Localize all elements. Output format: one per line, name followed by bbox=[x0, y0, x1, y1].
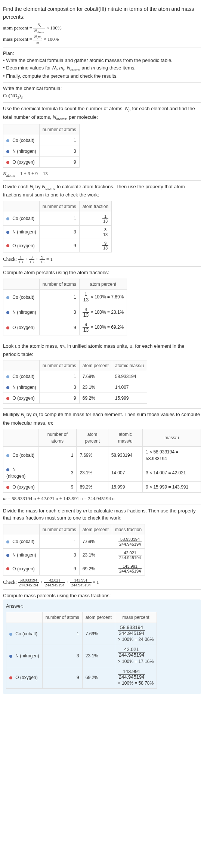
d: 13 bbox=[102, 246, 108, 250]
element-cell: Co (cobalt) bbox=[3, 447, 38, 464]
table-header: number of atomsatom percentmass fraction bbox=[3, 524, 145, 535]
element-cell: O (oxygen) bbox=[3, 320, 40, 335]
t: N (nitrogen) bbox=[6, 467, 25, 479]
element-cell: N (nitrogen) bbox=[3, 548, 40, 562]
s: 3 bbox=[21, 95, 23, 99]
element-cell: Co (cobalt) bbox=[3, 212, 40, 225]
d: 244.945194 bbox=[44, 583, 65, 587]
step-atom-fractions: Divide each Ni by Natoms to calculate at… bbox=[3, 181, 201, 267]
table-row: N (nitrogen)3313 × 100% = 23.1% bbox=[3, 305, 127, 320]
t: O (oxygen) bbox=[11, 159, 35, 165]
element-cell: Co (cobalt) bbox=[3, 289, 40, 305]
plan-section: Plan: • Write the chemical formula and g… bbox=[3, 47, 201, 83]
t: × 100% = 23.1% bbox=[89, 309, 124, 314]
t: N (nitrogen) bbox=[11, 385, 36, 390]
t: × 100% = 24.06% bbox=[118, 637, 154, 642]
h: atom percent bbox=[79, 279, 127, 289]
h: mass percent bbox=[115, 612, 157, 623]
v: 23.1% bbox=[79, 382, 112, 393]
oxygen-dot-icon bbox=[6, 244, 9, 247]
oxygen-dot-icon bbox=[9, 676, 12, 679]
nitrogen-dot-icon bbox=[9, 655, 12, 658]
t: N (nitrogen) bbox=[11, 149, 36, 154]
v: 58.933194 bbox=[112, 371, 147, 382]
n: 58.933194 bbox=[118, 625, 145, 630]
t: × 100% = 17.16% bbox=[118, 659, 154, 664]
t: Co (cobalt) bbox=[11, 138, 34, 143]
table-header: number of atoms bbox=[3, 124, 80, 135]
atom-fraction-table: number of atomsatom fraction Co (cobalt)… bbox=[3, 201, 112, 253]
h: mass fraction bbox=[112, 524, 145, 535]
h: atomic mass/u bbox=[112, 360, 147, 371]
m: m bbox=[38, 34, 41, 39]
check-equation: Check: 58.933194244.945194 + 42.021244.9… bbox=[3, 578, 201, 587]
check-equation: Check: 113 + 313 + 913 = 1 bbox=[3, 255, 201, 264]
v: 3 bbox=[39, 382, 79, 393]
N: N bbox=[34, 34, 37, 39]
t: O (oxygen) bbox=[11, 325, 35, 330]
h: number of atoms bbox=[39, 360, 79, 371]
d: 13 bbox=[102, 219, 108, 223]
element-cell: O (oxygen) bbox=[6, 667, 43, 689]
table-row: O (oxygen)9913 bbox=[3, 239, 112, 252]
v: 313 bbox=[79, 225, 111, 239]
mass-percent-equation: mass percent = Nimim × 100% bbox=[3, 34, 201, 45]
atoms: atoms bbox=[37, 31, 44, 34]
step-title: Write the chemical formula: bbox=[3, 85, 201, 92]
t: Co (cobalt) bbox=[11, 539, 34, 544]
t: , per molecule: bbox=[66, 114, 98, 120]
step-molecular-mass: Multiply Ni by mi to compute the mass fo… bbox=[3, 409, 201, 505]
v: 15.999 bbox=[108, 482, 142, 493]
t: O (oxygen) bbox=[11, 243, 35, 248]
fraction: NiNatoms bbox=[33, 22, 45, 34]
element-cell: N (nitrogen) bbox=[6, 645, 43, 667]
step-atomic-mass: Look up the atomic mass, mi, in unified … bbox=[3, 340, 201, 409]
atom-percent-table: number of atomsatom percent Co (cobalt)1… bbox=[3, 279, 127, 335]
table-row: O (oxygen)969.2%15.999 bbox=[3, 393, 147, 404]
v: 58.933194 bbox=[108, 447, 142, 464]
table-row: Co (cobalt)1113 bbox=[3, 212, 112, 225]
d: 244.945194 bbox=[118, 569, 142, 573]
h: atom percent bbox=[82, 612, 115, 623]
table-row: N (nitrogen)323.1%14.007 bbox=[3, 382, 147, 393]
table-row: N (nitrogen)323.1%42.021244.945194× 100%… bbox=[6, 645, 157, 667]
v: 7.69% bbox=[77, 447, 108, 464]
v: 42.021244.945194 bbox=[112, 548, 145, 562]
t: O (oxygen) bbox=[11, 484, 35, 490]
table-row: O (oxygen)9 bbox=[3, 156, 80, 167]
h: atom percent bbox=[79, 360, 112, 371]
d: 244.945194 bbox=[118, 555, 142, 560]
element-cell: O (oxygen) bbox=[3, 562, 40, 576]
t: = 58.933194 u + 42.021 u + 143.991 u = 2… bbox=[6, 496, 114, 501]
table-row: Co (cobalt)17.69%58.933194244.945194 bbox=[3, 535, 145, 548]
t: by bbox=[34, 184, 42, 189]
step-count-atoms: Use the chemical formula to count the nu… bbox=[3, 103, 201, 181]
h: atom percent bbox=[77, 429, 108, 447]
step-text: Divide each Ni by Natoms to calculate at… bbox=[3, 183, 201, 199]
table-row: N (nitrogen)323.1%14.0073 × 14.007 = 42.… bbox=[3, 464, 201, 482]
v: 3 bbox=[38, 464, 77, 482]
t: × 100% = 7.69% bbox=[89, 294, 124, 300]
step-text: Use the chemical formula to count the nu… bbox=[3, 105, 201, 121]
v: 3 bbox=[39, 146, 79, 156]
t: Divide the mass for each element by bbox=[3, 508, 83, 514]
v: 1 bbox=[38, 447, 77, 464]
table-row: Co (cobalt)17.69%58.933194244.945194× 10… bbox=[6, 623, 157, 645]
t: Check: bbox=[3, 579, 18, 585]
nitrogen-dot-icon bbox=[6, 311, 9, 314]
v: 3 × 14.007 = 42.021 bbox=[143, 464, 201, 482]
n: 3 bbox=[102, 227, 108, 232]
n: 143.991 bbox=[70, 578, 91, 583]
cobalt-dot-icon bbox=[9, 633, 12, 636]
step-text: Look up the atomic mass, mi, in unified … bbox=[3, 342, 201, 358]
element-cell: N (nitrogen) bbox=[3, 146, 40, 156]
h: number of atoms bbox=[39, 201, 79, 212]
d: 13 bbox=[102, 232, 108, 237]
v: 113 × 100% = 7.69% bbox=[79, 289, 127, 305]
table-header: number of atomsatom fraction bbox=[3, 201, 112, 212]
v: 1 bbox=[39, 371, 79, 382]
element-cell: N (nitrogen) bbox=[3, 382, 40, 393]
plan-title: Plan: bbox=[3, 50, 201, 57]
element-cell: O (oxygen) bbox=[3, 239, 40, 252]
v: 58.933194244.945194× 100% = 24.06% bbox=[115, 623, 157, 645]
